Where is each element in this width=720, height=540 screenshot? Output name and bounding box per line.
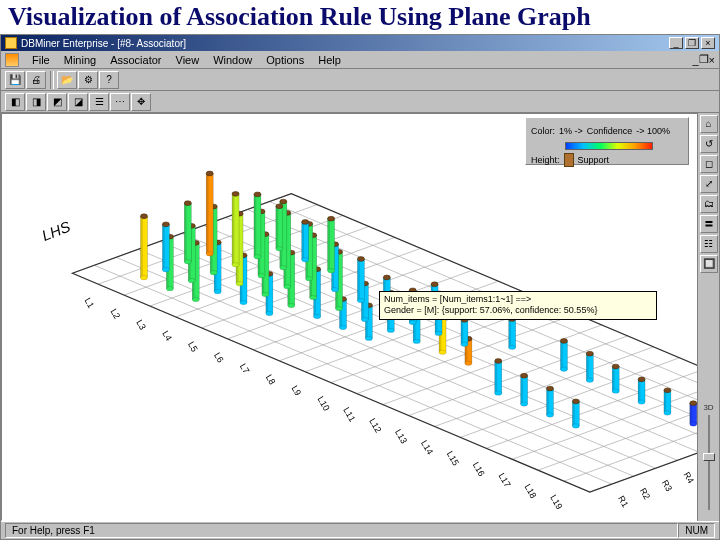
- bar[interactable]: [560, 338, 567, 371]
- bar-tooltip: Num_items = [Num_items1:1~1] ==> Gender …: [379, 291, 657, 320]
- svg-rect-89: [521, 376, 523, 404]
- bar[interactable]: [547, 386, 554, 417]
- svg-point-239: [210, 271, 217, 275]
- menu-mining[interactable]: Mining: [57, 53, 103, 67]
- svg-text:R1: R1: [616, 494, 630, 509]
- svg-point-207: [192, 297, 199, 301]
- menu-window[interactable]: Window: [206, 53, 259, 67]
- svg-rect-93: [586, 354, 588, 380]
- viewtool-4[interactable]: ☰: [89, 93, 109, 111]
- svg-rect-225: [302, 222, 304, 260]
- svg-point-179: [310, 295, 317, 299]
- svg-point-250: [276, 204, 283, 209]
- child-close-button[interactable]: ×: [709, 54, 715, 66]
- svg-point-67: [690, 422, 697, 426]
- svg-point-254: [141, 214, 148, 219]
- bar[interactable]: [638, 377, 645, 404]
- bar[interactable]: [572, 399, 579, 428]
- svg-rect-201: [328, 219, 330, 271]
- bar[interactable]: [302, 220, 309, 262]
- svg-point-159: [314, 314, 321, 318]
- tool-5[interactable]: ?: [99, 71, 119, 89]
- dock-btn-0[interactable]: ⌂: [700, 115, 718, 133]
- dock-btn-5[interactable]: 〓: [700, 215, 718, 233]
- bar[interactable]: [509, 317, 516, 350]
- viewtool-5[interactable]: ⋯: [110, 93, 130, 111]
- bar[interactable]: [495, 359, 502, 396]
- slider-thumb[interactable]: [703, 453, 715, 461]
- menu-view[interactable]: View: [169, 53, 207, 67]
- viewtool-2[interactable]: ◩: [47, 93, 67, 111]
- maximize-button[interactable]: ❐: [685, 37, 699, 49]
- dock-btn-3[interactable]: ⤢: [700, 175, 718, 193]
- document-icon: [5, 53, 19, 67]
- dock-btn-4[interactable]: 🗂: [700, 195, 718, 213]
- bar[interactable]: [184, 201, 191, 264]
- menu-associator[interactable]: Associator: [103, 53, 168, 67]
- bar[interactable]: [206, 171, 213, 256]
- menu-help[interactable]: Help: [311, 53, 348, 67]
- svg-rect-69: [664, 390, 666, 413]
- slider-top-label: 3D: [703, 403, 713, 412]
- viewtool-1[interactable]: ◨: [26, 93, 46, 111]
- dock-btn-1[interactable]: ↺: [700, 135, 718, 153]
- dock-btn-7[interactable]: 🔲: [700, 255, 718, 273]
- tool-3[interactable]: 📂: [57, 71, 77, 89]
- svg-rect-253: [141, 216, 143, 277]
- svg-text:L18: L18: [522, 482, 538, 500]
- svg-text:L7: L7: [238, 362, 252, 376]
- app-window: DBMiner Enterprise - [#8- Associator] _ …: [0, 34, 720, 540]
- svg-point-102: [560, 338, 567, 343]
- bar[interactable]: [586, 351, 593, 382]
- bar[interactable]: [690, 401, 697, 426]
- tool-0[interactable]: 💾: [5, 71, 25, 89]
- svg-point-66: [690, 401, 697, 406]
- viewtool-0[interactable]: ◧: [5, 93, 25, 111]
- svg-text:L8: L8: [264, 373, 278, 387]
- bar[interactable]: [254, 192, 261, 259]
- bar[interactable]: [521, 373, 528, 406]
- viewtool-3[interactable]: ◪: [68, 93, 88, 111]
- bar[interactable]: [232, 191, 239, 266]
- tool-4[interactable]: ⚙: [78, 71, 98, 89]
- svg-point-259: [162, 268, 169, 272]
- bar[interactable]: [357, 257, 364, 303]
- svg-point-139: [409, 320, 416, 324]
- dock-btn-2[interactable]: ◻: [700, 155, 718, 173]
- svg-point-263: [184, 260, 191, 264]
- bar[interactable]: [141, 214, 148, 280]
- svg-point-111: [509, 345, 516, 349]
- bar[interactable]: [664, 388, 671, 415]
- dock-btn-6[interactable]: ☷: [700, 235, 718, 253]
- app-icon: [5, 37, 17, 49]
- bar[interactable]: [328, 216, 335, 273]
- svg-point-90: [521, 373, 528, 378]
- view-slider[interactable]: 3D: [700, 403, 718, 513]
- minimize-button[interactable]: _: [669, 37, 683, 49]
- svg-point-79: [638, 400, 645, 404]
- bar[interactable]: [461, 317, 468, 346]
- svg-point-171: [266, 311, 273, 315]
- svg-point-86: [612, 364, 619, 369]
- svg-rect-245: [254, 194, 256, 256]
- close-button[interactable]: ×: [701, 37, 715, 49]
- svg-text:L15: L15: [445, 449, 461, 467]
- svg-rect-101: [560, 341, 562, 369]
- tool-1[interactable]: 🖨: [26, 71, 46, 89]
- bar[interactable]: [612, 364, 619, 393]
- right-dock: ⌂↺◻⤢🗂〓☷🔲 3D: [697, 113, 719, 521]
- svg-point-219: [258, 274, 265, 278]
- menu-options[interactable]: Options: [259, 53, 311, 67]
- gradient-bar: [565, 142, 653, 150]
- svg-text:L10: L10: [315, 395, 331, 413]
- svg-point-255: [141, 276, 148, 280]
- svg-point-83: [547, 413, 554, 417]
- bar[interactable]: [162, 222, 169, 272]
- svg-text:L17: L17: [497, 471, 513, 489]
- menu-file[interactable]: File: [25, 53, 57, 67]
- viewtool-6[interactable]: ✥: [131, 93, 151, 111]
- bar[interactable]: [276, 204, 283, 251]
- child-maximize-button[interactable]: ❐: [699, 53, 709, 66]
- title-bar: DBMiner Enterprise - [#8- Associator] _ …: [1, 35, 719, 51]
- svg-point-70: [664, 388, 671, 393]
